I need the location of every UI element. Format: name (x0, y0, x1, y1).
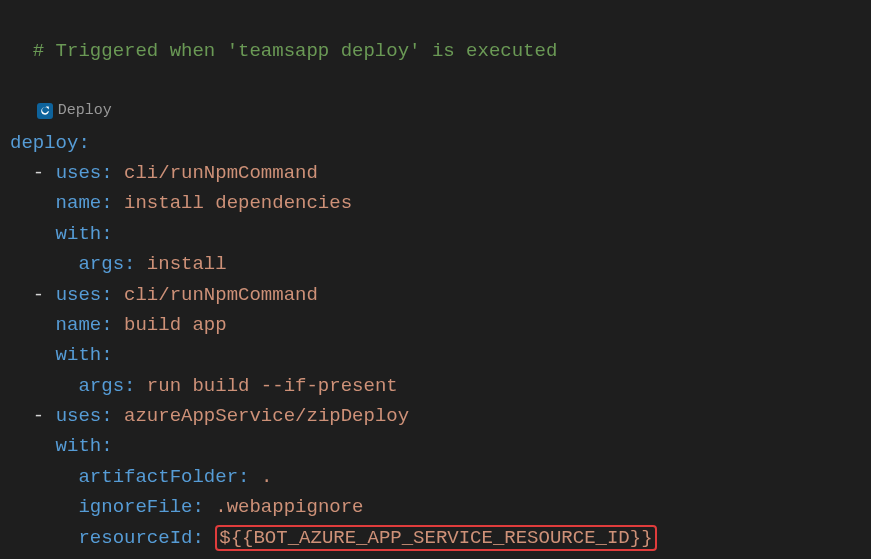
yaml-key-deploy: deploy: (10, 128, 861, 158)
task3-ignore: ignoreFile: .webappignore (10, 492, 861, 522)
codelens-row: Deploy (10, 67, 861, 128)
refresh-icon (37, 103, 53, 119)
task2-uses: - uses: cli/runNpmCommand (10, 280, 861, 310)
yaml-comment: # Triggered when 'teamsapp deploy' is ex… (33, 40, 558, 62)
comment-line: # Triggered when 'teamsapp deploy' is ex… (10, 6, 861, 67)
task3-artifact: artifactFolder: . (10, 462, 861, 492)
task1-with: with: (10, 219, 861, 249)
task2-with: with: (10, 340, 861, 370)
highlight-annotation: ${{BOT_AZURE_APP_SERVICE_RESOURCE_ID}} (215, 525, 656, 551)
task3-with: with: (10, 431, 861, 461)
task3-resourceid: resourceId: ${{BOT_AZURE_APP_SERVICE_RES… (10, 523, 861, 553)
task3-uses: - uses: azureAppService/zipDeploy (10, 401, 861, 431)
task2-args: args: run build --if-present (10, 371, 861, 401)
codelens-label: Deploy (58, 99, 112, 123)
task1-args: args: install (10, 249, 861, 279)
task1-uses: - uses: cli/runNpmCommand (10, 158, 861, 188)
task1-name: name: install dependencies (10, 188, 861, 218)
codelens-deploy[interactable]: Deploy (37, 98, 112, 124)
task2-name: name: build app (10, 310, 861, 340)
